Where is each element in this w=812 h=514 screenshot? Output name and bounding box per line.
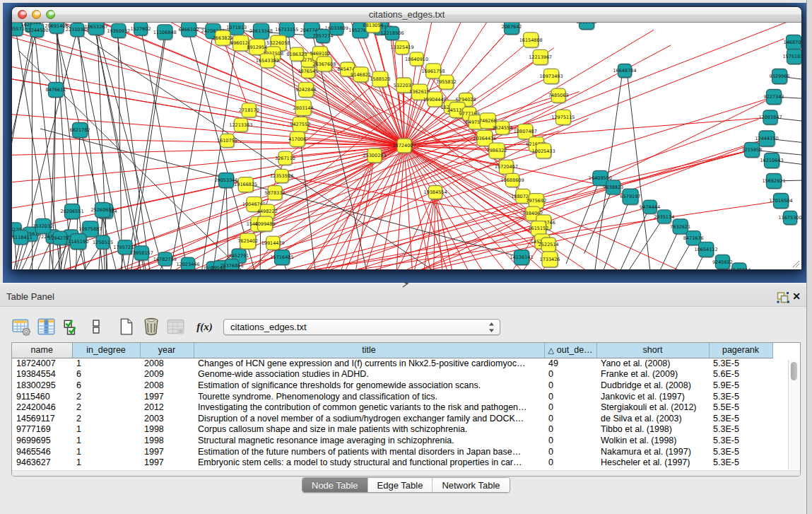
table-cell[interactable]: 1 [72, 424, 140, 436]
network-graph[interactable]: 2405571416204075232445002069140622310388… [12, 23, 801, 269]
table-cell[interactable]: 5.3E-5 [709, 435, 772, 446]
table-cell[interactable]: 9115460 [12, 391, 72, 402]
table-cell[interactable]: 14569117 [12, 413, 72, 424]
table-cell[interactable]: 1 [72, 358, 140, 369]
table-cell[interactable]: 1997 [140, 457, 194, 468]
graph-node[interactable]: 12213383 [229, 118, 252, 133]
graph-node[interactable]: 1145190 [68, 234, 88, 251]
graph-node[interactable]: 1527602 [131, 23, 151, 37]
table-cell[interactable]: 1997 [140, 391, 194, 402]
graph-node[interactable]: 7625402 [237, 233, 258, 250]
graph-node[interactable]: 1468706 [784, 35, 801, 52]
table-cell[interactable]: 1998 [140, 424, 194, 436]
table-cell[interactable]: 5.3E-5 [709, 413, 772, 424]
graph-node[interactable]: 14136141 [510, 250, 533, 267]
select-all-columns-icon[interactable] [59, 316, 83, 337]
new-column-icon[interactable] [114, 316, 138, 337]
table-cell[interactable]: 49 [544, 358, 596, 369]
graph-node[interactable]: 8476611 [46, 83, 66, 99]
graph-node[interactable]: 6466102 [179, 23, 199, 38]
graph-node[interactable]: 25613348 [249, 23, 273, 40]
column-header-year[interactable]: year [140, 343, 194, 358]
graph-node[interactable]: 12093847 [758, 110, 782, 126]
table-cell[interactable]: Tibbo et al. (1998) [596, 424, 709, 436]
graph-node[interactable]: 20206551 [61, 204, 84, 221]
tab-edge-table[interactable]: Edge Table [368, 478, 433, 492]
table-cell[interactable]: Yano et al. (2008) [596, 358, 709, 369]
graph-node[interactable]: 7986322 [487, 143, 507, 160]
table-cell[interactable]: Corpus callosum shape and size in male p… [194, 424, 544, 436]
table-mode-icon[interactable] [10, 316, 33, 337]
table-cell[interactable]: Structural magnetic resonance image aver… [194, 435, 544, 446]
graph-node[interactable]: 15716485 [270, 250, 293, 267]
table-cell[interactable]: 2 [72, 402, 140, 413]
table-cell[interactable]: 5.3E-5 [709, 446, 772, 457]
graph-node[interactable]: 3215958 [742, 143, 763, 159]
graph-node[interactable]: 3267110 [275, 151, 295, 166]
table-cell[interactable]: 5.3E-5 [709, 457, 772, 468]
table-row[interactable]: 911546021997Tourette syndrome. Phenomeno… [12, 391, 772, 402]
graph-node[interactable]: 11106848 [153, 25, 177, 41]
column-header-name[interactable]: name [12, 343, 72, 358]
graph-node[interactable]: 12353594 [270, 169, 293, 184]
table-cell[interactable]: 22420046 [12, 402, 72, 413]
table-row[interactable]: 1456911722003Disruption of a novel membe… [12, 413, 772, 424]
graph-node[interactable]: 2803144 [293, 100, 314, 117]
table-cell[interactable]: 9465546 [12, 446, 72, 457]
table-cell[interactable]: Hescheler et al. (1997) [596, 457, 709, 468]
graph-node[interactable]: 15751074 [782, 49, 801, 66]
table-row[interactable]: 1938455462009Genome-wide association stu… [12, 369, 772, 380]
table-cell[interactable]: Estimation of significance thresholds fo… [194, 380, 544, 391]
table-cell[interactable]: Wolkin et al. (1998) [596, 435, 709, 446]
graph-node[interactable]: 4099489 [255, 216, 276, 233]
table-cell[interactable]: 2008 [140, 380, 194, 391]
table-cell[interactable]: Jankovic et al. (1997) [596, 391, 709, 402]
table-cell[interactable]: 19384554 [12, 369, 72, 380]
table-cell[interactable]: 2008 [140, 358, 194, 369]
table-cell[interactable]: Genome-wide association studies in ADHD. [194, 369, 544, 380]
table-cell[interactable]: 6 [72, 380, 140, 391]
network-canvas[interactable]: 2405571416204075232445002069140622310388… [12, 23, 801, 269]
table-cell[interactable]: 0 [544, 424, 596, 436]
tab-network-table[interactable]: Network Table [433, 478, 509, 492]
graph-node[interactable]: 9427552 [290, 117, 310, 133]
network-window-titlebar[interactable]: citations_edges.txt [12, 7, 801, 23]
column-header-pagerank[interactable]: pagerank [709, 343, 772, 358]
graph-node[interactable]: 9146821 [351, 67, 371, 83]
graph-node[interactable]: 6579197 [620, 189, 641, 206]
graph-node[interactable]: 9329966 [770, 69, 790, 86]
table-cell[interactable]: Estimation of the future numbers of pati… [194, 446, 544, 457]
graph-node[interactable]: 15692921 [762, 174, 785, 190]
delete-table-icon[interactable] [164, 316, 187, 337]
table-cell[interactable]: 9699695 [12, 435, 72, 446]
window-resize-grip[interactable] [792, 259, 800, 268]
table-cell[interactable]: 1 [72, 457, 140, 468]
graph-node[interactable]: 1588520 [370, 71, 390, 88]
table-row[interactable]: 977716911998Corpus callosum shape and si… [12, 424, 772, 436]
table-cell[interactable]: 0 [544, 391, 596, 402]
table-selector-dropdown[interactable]: citations_edges.txt [223, 319, 500, 335]
tab-node-table[interactable]: Node Table [302, 478, 368, 492]
graph-node[interactable]: 1733426 [540, 252, 560, 269]
function-builder-icon[interactable]: f(x) [193, 316, 216, 337]
table-cell[interactable]: 0 [544, 446, 596, 457]
column-header-out_de[interactable]: △out_de… [544, 343, 596, 358]
table-cell[interactable]: 1998 [140, 435, 194, 446]
table-cell[interactable]: 1997 [140, 446, 194, 457]
table-cell[interactable]: 2009 [140, 369, 194, 380]
table-cell[interactable]: Investigating the contribution of common… [194, 402, 544, 413]
graph-node[interactable]: 16648784 [613, 64, 636, 79]
scrollbar-thumb[interactable] [791, 362, 797, 380]
table-row[interactable]: 1830029562008Estimation of significance … [12, 380, 772, 391]
network-view-window[interactable]: citations_edges.txt 24055714162040752324… [12, 7, 801, 269]
table-cell[interactable]: 9777169 [12, 424, 72, 436]
table-row[interactable]: 969969511998Structural magnetic resonanc… [12, 435, 772, 446]
table-cell[interactable]: 2 [72, 413, 140, 424]
table-cell[interactable]: 0 [544, 435, 596, 446]
unselect-columns-icon[interactable] [84, 316, 107, 337]
graph-node[interactable]: 8186323 [286, 47, 307, 62]
table-row[interactable]: 2242004622012Investigating the contribut… [12, 402, 772, 413]
table-cell[interactable]: Embryonic stem cells: a model to study s… [194, 457, 544, 468]
table-cell[interactable]: 2003 [140, 413, 194, 424]
horizontal-scrollbar[interactable] [12, 470, 800, 476]
